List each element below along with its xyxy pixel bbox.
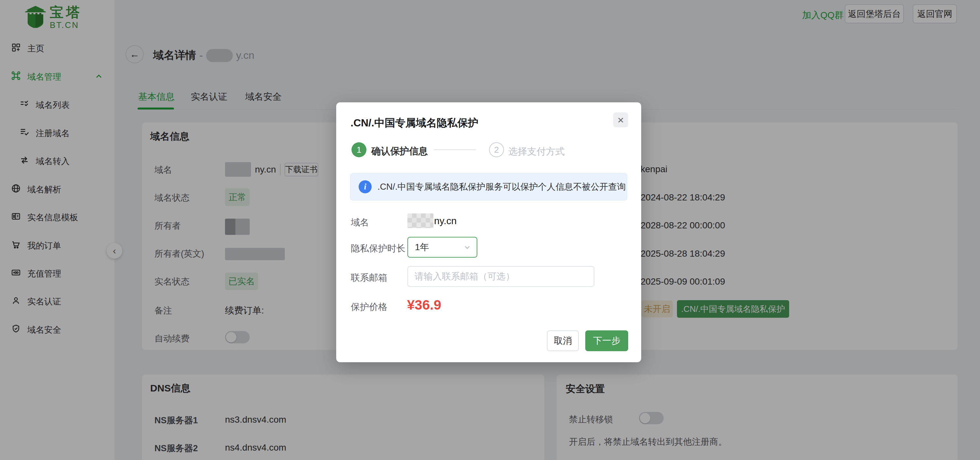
price-value: ¥36.9: [407, 297, 441, 313]
step-connector-line: [434, 149, 476, 150]
cancel-button[interactable]: 取消: [547, 330, 579, 351]
modal-duration-label: 隐私保护时长: [351, 242, 406, 255]
privacy-protect-modal: .CN/.中国专属域名隐私保护 × 1 确认保护信息 2 选择支付方式 i .C…: [336, 102, 641, 362]
next-step-button[interactable]: 下一步: [585, 330, 628, 351]
info-alert-text: .CN/.中国专属域名隐私保护服务可以保护个人信息不被公开查询: [377, 181, 626, 193]
modal-price-label: 保护价格: [351, 301, 387, 313]
modal-title: .CN/.中国专属域名隐私保护: [350, 116, 478, 130]
modal-domain-label: 域名: [351, 216, 369, 229]
info-alert: i .CN/.中国专属域名隐私保护服务可以保护个人信息不被公开查询: [350, 173, 627, 200]
step-1-circle: 1: [352, 142, 366, 157]
app-root: 宝塔 BT.CN 主页 域名管理: [0, 0, 980, 460]
email-input[interactable]: [407, 266, 594, 287]
chevron-down-icon: [463, 243, 471, 251]
duration-select[interactable]: 1年: [407, 237, 477, 258]
duration-selected-value: 1年: [415, 241, 463, 254]
modal-domain-value: ny.cn: [407, 213, 457, 228]
step-1-label: 确认保护信息: [371, 145, 428, 158]
modal-domain-suffix: ny.cn: [434, 216, 457, 227]
step-2-label: 选择支付方式: [508, 145, 565, 158]
step-2-circle: 2: [489, 142, 504, 157]
redacted-domain-mosaic: [407, 213, 433, 228]
close-icon[interactable]: ×: [613, 113, 628, 127]
info-icon: i: [359, 180, 372, 193]
modal-email-label: 联系邮箱: [351, 271, 387, 284]
